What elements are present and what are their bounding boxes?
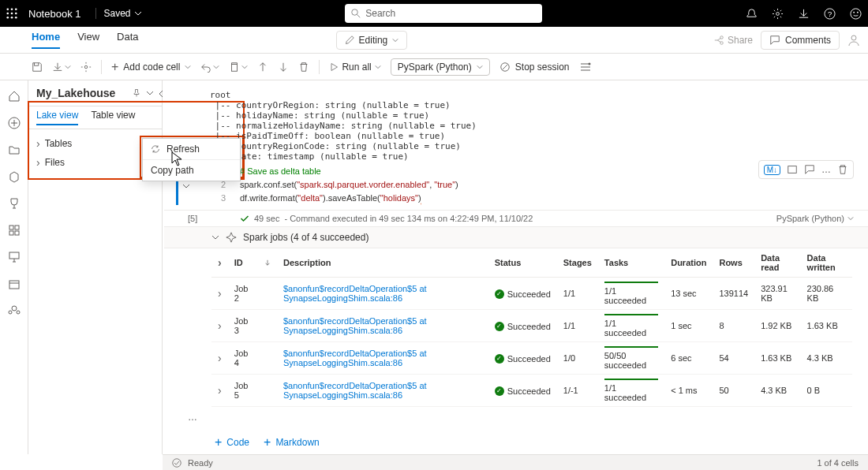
variables-icon[interactable] (579, 61, 592, 73)
home-icon[interactable] (8, 90, 21, 103)
refresh-icon (151, 144, 160, 154)
cell-lang[interactable]: PySpark (Python) (776, 214, 854, 223)
markdown-toggle[interactable]: M↓ (764, 165, 780, 175)
feedback-icon[interactable] (850, 8, 862, 20)
pencil-icon (345, 35, 354, 45)
svg-point-8 (15, 17, 17, 19)
more-cell-icon[interactable]: … (821, 164, 831, 175)
lakehouse-name[interactable]: My_Lakehouse (36, 87, 115, 99)
share-icon (713, 35, 724, 46)
settings-icon[interactable] (772, 8, 784, 20)
exec-count: [5] (188, 214, 197, 223)
chevron-down-icon (134, 9, 142, 17)
share-button[interactable]: Share (713, 35, 753, 46)
add-code-button[interactable]: +Code (215, 435, 249, 449)
editing-mode-button[interactable]: Editing (336, 31, 408, 50)
svg-rect-26 (9, 226, 13, 229)
onelake-icon[interactable] (8, 170, 21, 183)
svg-rect-29 (15, 231, 19, 235)
cursor-icon (171, 151, 184, 167)
svg-point-2 (15, 8, 17, 10)
svg-point-9 (352, 9, 358, 16)
save-status[interactable]: Saved (95, 8, 142, 19)
add-markdown-button[interactable]: +Markdown (264, 435, 320, 449)
download-icon[interactable] (798, 8, 810, 20)
people-icon[interactable] (847, 34, 860, 47)
svg-point-4 (11, 13, 13, 15)
cell-toolbar: M↓ … (758, 160, 854, 179)
svg-line-23 (502, 64, 507, 69)
svg-rect-31 (9, 281, 19, 289)
table-row[interactable]: Job 4 $anonfun$recordDeltaOperation$5 at… (211, 342, 852, 375)
create-icon[interactable] (8, 117, 21, 129)
cell-count: 1 of 4 cells (817, 458, 859, 468)
copy-menu[interactable] (229, 62, 248, 73)
metrics-icon[interactable] (8, 251, 21, 263)
help-icon[interactable]: ? (824, 8, 836, 20)
comment-cell-icon[interactable] (804, 164, 815, 175)
save-icon[interactable] (32, 62, 43, 73)
svg-point-14 (851, 8, 861, 18)
app-launcher-icon[interactable] (6, 8, 17, 19)
language-select[interactable]: PySpark (Python) (391, 58, 490, 76)
trophy-icon[interactable] (8, 197, 21, 210)
code-format-icon[interactable] (787, 164, 798, 175)
comment-icon (769, 35, 780, 46)
tab-view[interactable]: View (77, 31, 99, 49)
pin-icon[interactable] (132, 88, 141, 98)
svg-line-10 (357, 15, 361, 18)
download-menu[interactable] (52, 62, 71, 73)
spark-icon (226, 232, 237, 243)
svg-point-15 (853, 11, 855, 13)
undo-menu[interactable] (200, 62, 219, 73)
notification-icon[interactable] (746, 8, 758, 20)
svg-rect-28 (9, 231, 13, 235)
search-input[interactable]: Search (345, 4, 542, 23)
tab-data[interactable]: Data (117, 31, 138, 49)
run-all-button[interactable]: Run all (329, 62, 380, 73)
svg-point-5 (15, 13, 17, 15)
chevron-down-icon (185, 64, 191, 70)
monitoring-icon[interactable] (8, 278, 21, 290)
play-icon (329, 62, 339, 72)
table-row[interactable]: Job 2 $anonfun$recordDeltaOperation$5 at… (211, 278, 852, 310)
svg-point-6 (6, 17, 9, 19)
stop-icon (499, 62, 511, 73)
browse-icon[interactable] (8, 144, 21, 156)
svg-point-24 (588, 62, 590, 65)
svg-rect-21 (232, 64, 238, 71)
lake-view-tab[interactable]: Lake view (36, 110, 78, 125)
document-title[interactable]: Notebook 1 (28, 8, 81, 20)
search-icon (351, 9, 361, 18)
delete-cell-icon[interactable] (837, 164, 848, 175)
table-row[interactable]: Job 3 $anonfun$recordDeltaOperation$5 at… (211, 310, 852, 342)
move-down-icon[interactable] (278, 62, 289, 73)
svg-point-1 (11, 8, 13, 10)
context-menu: Refresh Copy path (142, 138, 241, 181)
schema-output: root |-- countryOrRegion: string (nullab… (163, 80, 868, 165)
move-up-icon[interactable] (257, 62, 268, 73)
svg-point-17 (720, 35, 724, 39)
table-view-tab[interactable]: Table view (91, 110, 135, 125)
chevron-down-small-icon[interactable] (182, 182, 190, 190)
chevron-down-icon[interactable] (211, 233, 219, 241)
delete-icon[interactable] (298, 62, 309, 73)
svg-point-18 (720, 41, 724, 44)
settings-small-icon[interactable] (80, 62, 92, 73)
workspaces-icon[interactable] (8, 304, 21, 317)
chevron-down-icon[interactable] (146, 89, 154, 97)
svg-text:?: ? (828, 10, 832, 18)
comments-button[interactable]: Comments (761, 31, 840, 50)
table-row[interactable]: Job 5 $anonfun$recordDeltaOperation$5 at… (211, 375, 852, 407)
more-rows-icon[interactable]: … (164, 407, 868, 427)
add-code-cell-button[interactable]: + Add code cell (111, 60, 191, 74)
tab-home[interactable]: Home (32, 31, 60, 49)
svg-point-33 (173, 458, 181, 467)
apps-icon[interactable] (8, 224, 21, 237)
menu-copy-path[interactable]: Copy path (143, 160, 240, 181)
stop-session-button[interactable]: Stop session (499, 62, 570, 73)
chevron-down-icon (375, 64, 381, 70)
spark-jobs-table: ID Description Status Stages Tasks Durat… (211, 248, 852, 407)
status-ready: Ready (188, 458, 213, 468)
menu-refresh[interactable]: Refresh (143, 139, 240, 160)
